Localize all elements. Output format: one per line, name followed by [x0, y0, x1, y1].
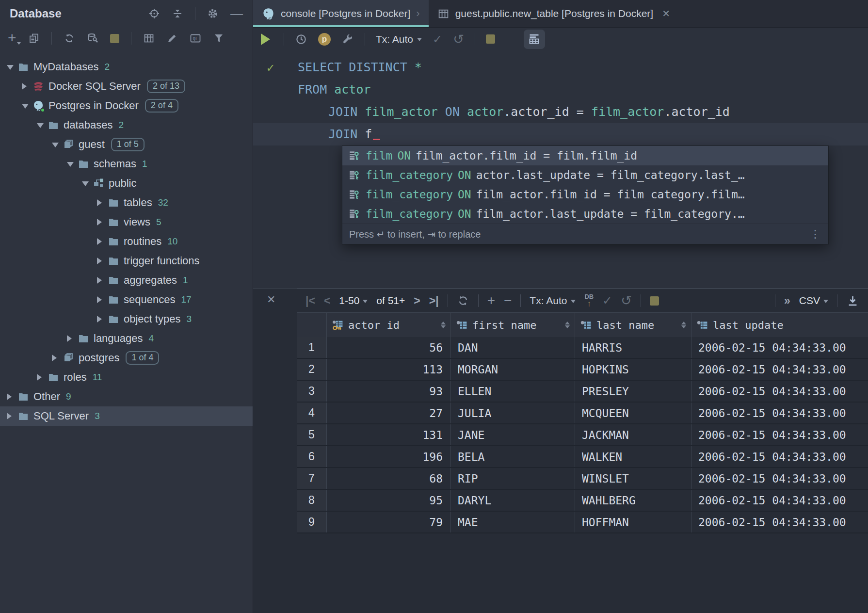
rollback-icon[interactable]: ↺ — [621, 293, 632, 308]
chevron-right-icon[interactable] — [22, 83, 30, 90]
cell-last-update[interactable]: 2006-02-15 04:34:33.00 — [691, 468, 868, 489]
tree-item-schemas[interactable]: schemas 1 — [0, 154, 253, 174]
tree-item-databases[interactable]: databases 2 — [0, 115, 253, 135]
chevron-right-icon[interactable] — [97, 296, 105, 303]
code-line[interactable]: JOIN f — [253, 123, 868, 145]
cell-last-name[interactable]: MCQUEEN — [575, 403, 691, 423]
chevron-right-icon[interactable] — [97, 219, 105, 226]
cell-actor-id[interactable]: 79 — [327, 512, 451, 532]
next-page-icon[interactable]: > — [414, 294, 420, 307]
cell-first-name[interactable]: DARYL — [451, 490, 575, 511]
edit-pencil-icon[interactable] — [166, 32, 178, 44]
chevron-down-icon[interactable] — [7, 65, 14, 73]
cell-actor-id[interactable]: 113 — [327, 359, 451, 380]
cell-first-name[interactable]: JULIA — [451, 403, 575, 423]
sql-editor[interactable]: ✓ SELECT DISTINCT * FROM actor JOIN film… — [253, 50, 868, 288]
duplicate-icon[interactable] — [28, 32, 40, 44]
cell-actor-id[interactable]: 27 — [327, 403, 451, 423]
column-header-first-name[interactable]: first_name — [451, 313, 575, 337]
cell-actor-id[interactable]: 56 — [327, 337, 451, 358]
cell-first-name[interactable]: ELLEN — [451, 381, 575, 402]
chevron-right-icon[interactable] — [97, 316, 105, 323]
more-chevrons-icon[interactable]: » — [784, 294, 790, 307]
close-icon[interactable]: ✕ — [662, 8, 670, 19]
chevron-right-icon[interactable] — [67, 335, 75, 342]
tx-mode-dropdown[interactable]: Tx: Auto — [376, 33, 422, 45]
cell-first-name[interactable]: RIP — [451, 468, 575, 489]
commit-icon[interactable]: ✓ — [433, 32, 442, 46]
tree-item-postgres[interactable]: postgres 1 of 4 — [0, 348, 253, 368]
refresh-icon[interactable] — [64, 32, 75, 44]
row-number[interactable]: 3 — [297, 381, 327, 402]
cell-actor-id[interactable]: 95 — [327, 490, 451, 511]
row-number[interactable]: 4 — [297, 403, 327, 423]
cell-actor-id[interactable]: 131 — [327, 424, 451, 445]
code-line[interactable]: JOIN film_actor ON actor.actor_id = film… — [253, 101, 868, 123]
tree-item-mydatabases[interactable]: MyDatabases 2 — [0, 57, 253, 77]
cell-last-name[interactable]: HOPKINS — [575, 359, 691, 380]
row-number[interactable]: 6 — [297, 446, 327, 467]
chevron-down-icon[interactable] — [37, 123, 44, 131]
chevron-right-icon[interactable] — [52, 355, 60, 361]
tree-item-sql-server[interactable]: SQL Server 3 — [0, 406, 253, 426]
autocomplete-item[interactable]: film_category ON film_actor.last_update … — [342, 204, 828, 224]
filter-icon[interactable] — [213, 32, 225, 44]
cell-last-update[interactable]: 2006-02-15 04:34:33.00 — [691, 381, 868, 402]
column-header-last-name[interactable]: last_name — [575, 313, 691, 337]
cell-last-update[interactable]: 2006-02-15 04:34:33.00 — [691, 490, 868, 511]
cell-first-name[interactable]: BELA — [451, 446, 575, 467]
postgres-dialect-badge[interactable]: p — [318, 33, 331, 46]
tree-item-tables[interactable]: tables 32 — [0, 193, 253, 212]
tree-item-aggregates[interactable]: aggregates 1 — [0, 271, 253, 290]
cell-first-name[interactable]: MORGAN — [451, 359, 575, 380]
chevron-down-icon[interactable] — [67, 162, 74, 170]
chevron-right-icon[interactable] — [97, 238, 105, 245]
tree-item-sequences[interactable]: sequences 17 — [0, 290, 253, 309]
tree-item-roles[interactable]: roles 11 — [0, 368, 253, 387]
cell-actor-id[interactable]: 68 — [327, 468, 451, 489]
cell-last-name[interactable]: WALKEN — [575, 446, 691, 467]
history-clock-icon[interactable] — [295, 33, 307, 46]
tab-console[interactable]: console [Postgres in Docker] › — [253, 0, 429, 27]
sort-toggle-icon[interactable] — [565, 319, 570, 331]
tree-item-public[interactable]: public — [0, 174, 253, 193]
tree-item-other[interactable]: Other 9 — [0, 387, 253, 406]
tree-item-guest[interactable]: guest 1 of 5 — [0, 135, 253, 154]
cell-first-name[interactable]: DAN — [451, 337, 575, 358]
export-format-dropdown[interactable]: CSV — [799, 295, 828, 306]
cell-last-name[interactable]: WINSLET — [575, 468, 691, 489]
row-number[interactable]: 1 — [297, 337, 327, 358]
code-line[interactable]: FROM actor — [253, 79, 868, 101]
commit-icon[interactable]: ✓ — [602, 294, 612, 307]
cell-last-update[interactable]: 2006-02-15 04:34:33.00 — [691, 512, 868, 532]
chevron-right-icon[interactable] — [97, 277, 105, 284]
autocomplete-item[interactable]: film_category ON actor.last_update = fil… — [342, 165, 828, 185]
cell-last-update[interactable]: 2006-02-15 04:34:33.00 — [691, 446, 868, 467]
first-page-icon[interactable]: |< — [305, 294, 315, 307]
reload-icon[interactable] — [457, 294, 469, 307]
new-datasource-button[interactable]: + — [8, 32, 16, 45]
row-number[interactable]: 5 — [297, 424, 327, 445]
chevron-right-icon[interactable] — [37, 374, 45, 381]
run-icon[interactable] — [261, 33, 276, 45]
tree-item-languages[interactable]: languages 4 — [0, 329, 253, 348]
chevron-down-icon[interactable] — [52, 143, 59, 151]
tree-item-trigger-functions[interactable]: trigger functions — [0, 251, 253, 271]
code-line[interactable]: ✓ SELECT DISTINCT * — [253, 56, 868, 79]
sort-toggle-icon[interactable] — [441, 319, 446, 331]
row-number[interactable]: 2 — [297, 359, 327, 380]
add-row-icon[interactable]: + — [487, 293, 495, 308]
sort-toggle-icon[interactable] — [681, 319, 686, 331]
tx-mode-dropdown[interactable]: Tx: Auto — [530, 295, 576, 306]
stop-icon[interactable] — [650, 296, 659, 306]
autocomplete-item[interactable]: film ON film_actor.film_id = film.film_i… — [342, 146, 828, 165]
cell-last-name[interactable]: PRESLEY — [575, 381, 691, 402]
row-number[interactable]: 7 — [297, 468, 327, 489]
chevron-down-icon[interactable] — [22, 104, 29, 112]
page-range-dropdown[interactable]: 1-50 — [339, 295, 368, 306]
locate-icon[interactable] — [148, 8, 160, 19]
chevron-right-icon[interactable] — [97, 258, 105, 264]
cell-last-name[interactable]: HARRIS — [575, 337, 691, 358]
stop-icon[interactable] — [110, 34, 119, 43]
tab-new-table[interactable]: guest.public.new_table [Postgres in Dock… — [429, 0, 679, 27]
